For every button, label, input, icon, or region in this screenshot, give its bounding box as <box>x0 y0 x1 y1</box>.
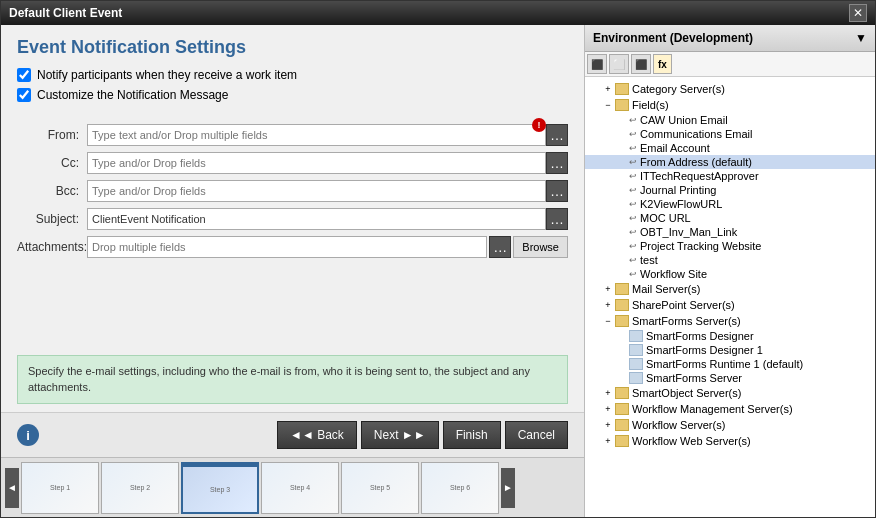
env-label: Environment (Development) <box>593 31 753 45</box>
tree-label-k2: K2ViewFlowURL <box>640 198 722 210</box>
tree-item-smartforms[interactable]: − SmartForms Server(s) <box>585 313 875 329</box>
tree-item-sf-runtime[interactable]: SmartForms Runtime 1 (default) <box>585 357 875 371</box>
back-button[interactable]: ◄◄ Back <box>277 421 357 449</box>
folder-icon-fields <box>615 99 629 111</box>
finish-button[interactable]: Finish <box>443 421 501 449</box>
expander-wf-web[interactable]: + <box>601 434 615 448</box>
footer-buttons: ◄◄ Back Next ►► Finish Cancel <box>277 421 568 449</box>
folder-icon-sf-designer <box>629 330 643 342</box>
notify-checkbox[interactable] <box>17 68 31 82</box>
tree-item-email-account[interactable]: ↩ Email Account <box>585 141 875 155</box>
from-input[interactable] <box>87 124 546 146</box>
tree-label-fields: Field(s) <box>632 99 669 111</box>
left-panel: Event Notification Settings Notify parti… <box>1 25 585 517</box>
tree-item-caw-union-email[interactable]: ↩ CAW Union Email <box>585 113 875 127</box>
expander-wf-mgmt[interactable]: + <box>601 402 615 416</box>
attachments-input[interactable] <box>87 236 487 258</box>
expander-fields[interactable]: − <box>601 98 615 112</box>
toolbar-icon-1[interactable]: ⬛ <box>587 54 607 74</box>
cancel-button[interactable]: Cancel <box>505 421 568 449</box>
from-label: From: <box>17 128 87 142</box>
expander-mail[interactable]: + <box>601 282 615 296</box>
link-icon-caw: ↩ <box>629 115 637 125</box>
env-dropdown-button[interactable]: ▼ <box>855 31 867 45</box>
tree-item-mail-server[interactable]: + Mail Server(s) <box>585 281 875 297</box>
expander-category-server[interactable]: + <box>601 82 615 96</box>
cc-options-button[interactable]: … <box>546 152 568 174</box>
bcc-options-button[interactable]: … <box>546 180 568 202</box>
info-icon[interactable]: i <box>17 424 39 446</box>
thumbnail-6[interactable]: Step 6 <box>421 462 499 514</box>
thumbnail-1[interactable]: Step 1 <box>21 462 99 514</box>
subject-row: Subject: … <box>17 208 568 230</box>
right-panel-header: Environment (Development) ▼ <box>585 25 875 52</box>
expander-smartobject[interactable]: + <box>601 386 615 400</box>
tree-item-from-address[interactable]: ↩ From Address (default) <box>585 155 875 169</box>
tree-label-sf-runtime: SmartForms Runtime 1 (default) <box>646 358 803 370</box>
cc-input[interactable] <box>87 152 546 174</box>
tree-item-project-tracking[interactable]: ↩ Project Tracking Website <box>585 239 875 253</box>
from-options-button[interactable]: … <box>546 124 568 146</box>
thumbnail-5[interactable]: Step 5 <box>341 462 419 514</box>
toolbar-icon-3[interactable]: ⬛ <box>631 54 651 74</box>
thumb-next-button[interactable]: ► <box>501 468 515 508</box>
expander-sharepoint[interactable]: + <box>601 298 615 312</box>
tree-item-workflow-site[interactable]: ↩ Workflow Site <box>585 267 875 281</box>
expander-wf-server[interactable]: + <box>601 418 615 432</box>
window-title: Default Client Event <box>9 6 122 20</box>
left-panel-header: Event Notification Settings Notify parti… <box>1 25 584 116</box>
tree-item-ittech[interactable]: ↩ ITTechRequestApprover <box>585 169 875 183</box>
tree-label-journal: Journal Printing <box>640 184 716 196</box>
tree-item-wf-mgmt[interactable]: + Workflow Management Server(s) <box>585 401 875 417</box>
tree-item-wf-web[interactable]: + Workflow Web Server(s) <box>585 433 875 449</box>
tree-item-k2viewflow[interactable]: ↩ K2ViewFlowURL <box>585 197 875 211</box>
tree-area: + Category Server(s) − Field(s) ↩ CAW Un… <box>585 77 875 517</box>
tree-item-journal[interactable]: ↩ Journal Printing <box>585 183 875 197</box>
subject-input[interactable] <box>87 208 546 230</box>
info-box: Specify the e-mail settings, including w… <box>17 355 568 404</box>
bcc-row: Bcc: … <box>17 180 568 202</box>
toolbar-fx-button[interactable]: fx <box>653 54 672 74</box>
subject-options-button[interactable]: … <box>546 208 568 230</box>
thumbnail-strip: ◄ Step 1 Step 2 Step 3 Step 4 Step 5 Ste… <box>1 457 584 517</box>
tree-label-ittech: ITTechRequestApprover <box>640 170 759 182</box>
tree-label-wf-mgmt: Workflow Management Server(s) <box>632 403 793 415</box>
bcc-input[interactable] <box>87 180 546 202</box>
tree-item-sharepoint[interactable]: + SharePoint Server(s) <box>585 297 875 313</box>
tree-label-comm: Communications Email <box>640 128 752 140</box>
folder-icon-wf-mgmt <box>615 403 629 415</box>
tree-label-email: Email Account <box>640 142 710 154</box>
thumbnail-2[interactable]: Step 2 <box>101 462 179 514</box>
thumbnail-3[interactable]: Step 3 <box>181 462 259 514</box>
close-button[interactable]: ✕ <box>849 4 867 22</box>
tree-item-sf-designer-1[interactable]: SmartForms Designer 1 <box>585 343 875 357</box>
link-icon-wfsite: ↩ <box>629 269 637 279</box>
tree-item-fields[interactable]: − Field(s) <box>585 97 875 113</box>
thumb-prev-button[interactable]: ◄ <box>5 468 19 508</box>
toolbar-icon-2[interactable]: ⬜ <box>609 54 629 74</box>
tree-label-mail: Mail Server(s) <box>632 283 700 295</box>
customize-checkbox[interactable] <box>17 88 31 102</box>
tree-item-test[interactable]: ↩ test <box>585 253 875 267</box>
link-icon-from: ↩ <box>629 157 637 167</box>
tree-item-wf-server[interactable]: + Workflow Server(s) <box>585 417 875 433</box>
cc-row: Cc: … <box>17 152 568 174</box>
tree-label-wfsite: Workflow Site <box>640 268 707 280</box>
thumbnail-4[interactable]: Step 4 <box>261 462 339 514</box>
tree-item-communications-email[interactable]: ↩ Communications Email <box>585 127 875 141</box>
tree-item-sf-designer[interactable]: SmartForms Designer <box>585 329 875 343</box>
notify-checkbox-row: Notify participants when they receive a … <box>17 68 568 82</box>
browse-button[interactable]: Browse <box>513 236 568 258</box>
tree-item-moc-url[interactable]: ↩ MOC URL <box>585 211 875 225</box>
tree-label-test: test <box>640 254 658 266</box>
expander-smartforms[interactable]: − <box>601 314 615 328</box>
tree-item-smartobject[interactable]: + SmartObject Server(s) <box>585 385 875 401</box>
next-button[interactable]: Next ►► <box>361 421 439 449</box>
tree-item-sf-server[interactable]: SmartForms Server <box>585 371 875 385</box>
link-icon-k2: ↩ <box>629 199 637 209</box>
tree-item-obt[interactable]: ↩ OBT_Inv_Man_Link <box>585 225 875 239</box>
tree-label-obt: OBT_Inv_Man_Link <box>640 226 737 238</box>
customize-checkbox-row: Customize the Notification Message <box>17 88 568 102</box>
attachments-options-button[interactable]: … <box>489 236 511 258</box>
tree-item-category-server[interactable]: + Category Server(s) <box>585 81 875 97</box>
